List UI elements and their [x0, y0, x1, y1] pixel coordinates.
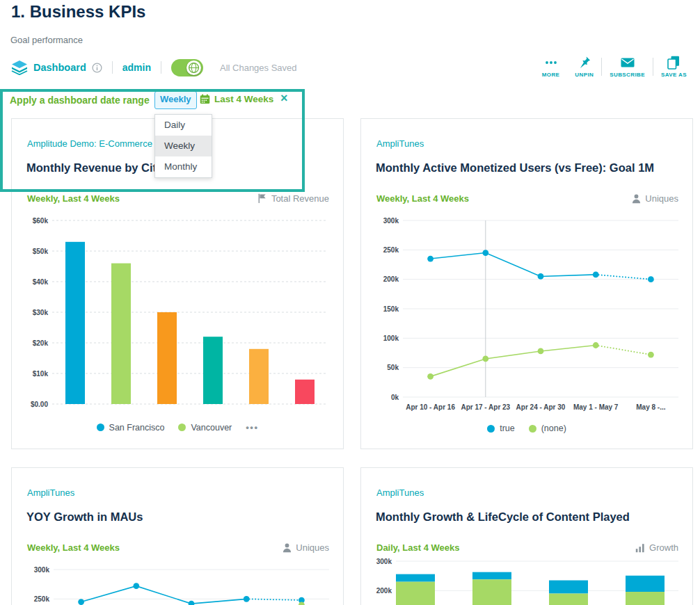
- envelope-icon: [621, 56, 635, 69]
- svg-text:$60k: $60k: [33, 217, 49, 225]
- card-source-link[interactable]: AmpliTunes: [27, 487, 74, 498]
- card-meta-row: Weekly, Last 4 Weeks Uniques: [27, 542, 329, 553]
- card-date-range: Weekly, Last 4 Weeks: [376, 193, 469, 204]
- legend-label: true: [500, 424, 515, 433]
- page-title: 1. Business KPIs: [11, 2, 145, 22]
- dropdown-option-daily[interactable]: Daily: [155, 115, 212, 136]
- dashboard-nav-label[interactable]: Dashboard: [33, 62, 86, 73]
- svg-text:Apr 10 - Apr 16: Apr 10 - Apr 16: [406, 403, 455, 411]
- pin-icon: [578, 56, 591, 69]
- calendar-icon: [200, 94, 210, 104]
- unpin-label: UNPIN: [575, 72, 594, 78]
- legend-dot: [487, 425, 495, 433]
- date-range-bar: Apply a dashboard date range Weekly Last…: [0, 90, 299, 111]
- card-source-link[interactable]: Amplitude Demo: E-Commerce: [27, 138, 152, 149]
- toggle-knob: [186, 60, 201, 75]
- monetized-users-line-chart[interactable]: 0k50k100k150k200k250k300kApr 10 - Apr 16…: [367, 208, 684, 414]
- user-admin-link[interactable]: admin: [122, 62, 151, 73]
- svg-text:300k: 300k: [34, 566, 50, 574]
- legend-dot: [529, 425, 536, 433]
- info-icon[interactable]: [92, 63, 102, 73]
- card-metric: Uniques: [632, 193, 678, 204]
- flag-icon: [257, 193, 267, 204]
- card-title-link[interactable]: Monthly Revenue by City: [26, 161, 163, 175]
- divider: [161, 61, 161, 74]
- subscribe-label: SUBSCRIBE: [610, 72, 645, 78]
- svg-text:$0.00: $0.00: [31, 401, 48, 408]
- svg-text:Apr 17 - Apr 23: Apr 17 - Apr 23: [461, 403, 510, 411]
- card-metric-label: Uniques: [296, 542, 329, 553]
- lifecycle-stacked-bar-chart[interactable]: 300k200k: [367, 556, 684, 605]
- card-meta-row: Weekly, Last 4 Weeks Uniques: [376, 193, 678, 204]
- svg-text:May 8 -...: May 8 -...: [636, 403, 665, 411]
- legend-label: San Francisco: [109, 423, 165, 433]
- card-meta-row: Weekly, Last 4 Weeks Total Revenue: [27, 193, 329, 204]
- card-date-range: Weekly, Last 4 Weeks: [27, 542, 120, 553]
- card-metric: Growth: [635, 542, 678, 553]
- chart-legend: true (none): [361, 424, 692, 433]
- card-metric: Total Revenue: [257, 193, 329, 204]
- svg-text:250k: 250k: [383, 246, 399, 254]
- svg-text:50k: 50k: [387, 364, 399, 371]
- card-source-link[interactable]: AmpliTunes: [376, 138, 424, 149]
- card-date-range: Weekly, Last 4 Weeks: [27, 193, 120, 204]
- legend-label: (none): [541, 424, 566, 433]
- chart-card-monetized-users: AmpliTunes Monthly Active Monetized User…: [360, 118, 693, 449]
- save-as-label: SAVE AS: [661, 72, 687, 78]
- date-range-prompt: Apply a dashboard date range: [10, 95, 150, 106]
- legend-item[interactable]: (none): [529, 424, 566, 433]
- card-title-link[interactable]: YOY Growth in MAUs: [26, 510, 143, 524]
- legend-item[interactable]: Vancouver: [178, 423, 232, 433]
- card-metric-label: Growth: [649, 542, 678, 553]
- person-icon: [283, 543, 292, 553]
- dropdown-option-monthly[interactable]: Monthly: [155, 156, 212, 177]
- svg-text:150k: 150k: [383, 305, 399, 313]
- chart-card-yoy-growth: AmpliTunes YOY Growth in MAUs Weekly, La…: [11, 467, 344, 605]
- globe-icon: [188, 62, 200, 74]
- copy-icon: [667, 56, 680, 69]
- header-actions: MORE UNPIN SUBSCRIBE SAVE AS: [534, 56, 694, 78]
- svg-text:May 1 - May 7: May 1 - May 7: [573, 403, 619, 411]
- card-metric: Uniques: [283, 542, 329, 553]
- public-toggle[interactable]: [171, 59, 203, 76]
- svg-text:0k: 0k: [391, 394, 399, 401]
- unpin-button[interactable]: UNPIN: [567, 56, 601, 78]
- date-range-button[interactable]: Last 4 Weeks: [200, 94, 273, 104]
- growth-bars-icon: [635, 543, 645, 553]
- dropdown-option-weekly[interactable]: Weekly: [155, 136, 212, 156]
- page-subtitle: Goal performance: [10, 35, 83, 45]
- legend-label: Vancouver: [191, 423, 232, 433]
- yoy-growth-line-chart[interactable]: 0k50k100k150k200k250k300k: [17, 557, 335, 605]
- card-title-link[interactable]: Monthly Active Monetized Users (vs Free)…: [376, 161, 654, 175]
- card-source-link[interactable]: AmpliTunes: [376, 487, 424, 498]
- card-metric-label: Total Revenue: [271, 193, 329, 204]
- card-meta-row: Daily, Last 4 Weeks Growth: [376, 542, 678, 553]
- legend-more-button[interactable]: •••: [246, 422, 258, 433]
- dashboard-toolbar: Dashboard admin All Changes Saved: [11, 57, 297, 78]
- svg-text:$30k: $30k: [33, 309, 49, 316]
- interval-dropdown-button[interactable]: Weekly: [154, 91, 197, 109]
- more-label: MORE: [542, 72, 560, 78]
- svg-text:300k: 300k: [376, 558, 392, 565]
- card-date-range: Daily, Last 4 Weeks: [376, 542, 459, 553]
- save-as-button[interactable]: SAVE AS: [653, 56, 694, 78]
- dashboard-layers-icon: [11, 60, 28, 75]
- legend-item[interactable]: San Francisco: [97, 423, 165, 433]
- legend-item[interactable]: true: [487, 424, 515, 433]
- svg-text:$20k: $20k: [33, 339, 49, 347]
- close-icon[interactable]: ×: [280, 91, 288, 106]
- svg-text:$40k: $40k: [33, 278, 49, 286]
- more-button[interactable]: MORE: [534, 56, 568, 78]
- svg-text:100k: 100k: [383, 334, 399, 342]
- subscribe-button[interactable]: SUBSCRIBE: [602, 56, 653, 78]
- svg-text:$50k: $50k: [33, 248, 49, 255]
- revenue-bar-chart[interactable]: $0.00$10k$20k$30k$40k$50k$60k: [17, 211, 335, 419]
- svg-text:250k: 250k: [34, 595, 50, 603]
- card-title-link[interactable]: Monthly Growth & LifeCycle of Content Pl…: [376, 510, 630, 524]
- svg-text:200k: 200k: [383, 275, 399, 283]
- date-range-label: Last 4 Weeks: [214, 94, 273, 104]
- interval-dropdown-menu: Daily Weekly Monthly: [154, 114, 212, 178]
- svg-text:$10k: $10k: [33, 370, 49, 378]
- legend-dot: [97, 424, 104, 431]
- autosave-status: All Changes Saved: [220, 63, 297, 73]
